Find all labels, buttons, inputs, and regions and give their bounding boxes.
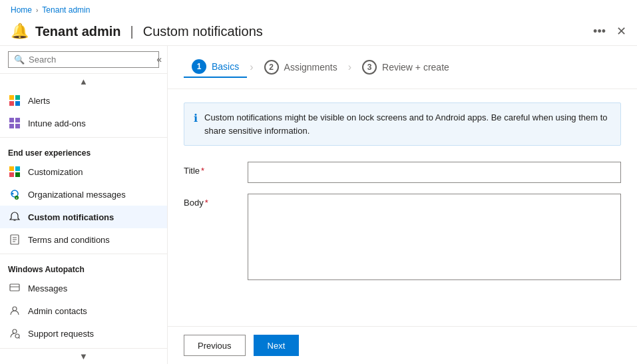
divider-1 <box>0 137 167 138</box>
sidebar-scroll-up[interactable]: ▲ <box>0 74 167 89</box>
search-input[interactable] <box>29 55 153 65</box>
next-button[interactable]: Next <box>254 335 300 356</box>
info-banner: ℹ Custom notifications might be visible … <box>184 102 621 146</box>
body-label: Body* <box>184 194 237 208</box>
header-close-button[interactable]: ✕ <box>616 24 626 39</box>
svg-point-19 <box>13 307 17 311</box>
title-input[interactable] <box>248 162 621 183</box>
svg-line-22 <box>19 337 19 338</box>
step-1-num: 1 <box>192 59 206 74</box>
sidebar-search-container: 🔍 « <box>0 46 167 74</box>
content-footer: Previous Next <box>168 326 637 364</box>
info-icon: ℹ <box>194 112 198 124</box>
svg-rect-2 <box>9 101 14 106</box>
sidebar-item-alerts-label: Alerts <box>28 96 50 106</box>
svg-rect-5 <box>15 118 20 122</box>
main-layout: 🔍 « ▲ Alerts Intune add-ons <box>0 46 637 364</box>
info-text: Custom notifications might be visible on… <box>204 111 611 137</box>
svg-point-9 <box>12 193 14 195</box>
header-subtitle: Custom notifications <box>143 24 263 39</box>
header-actions: ••• ✕ <box>593 24 626 39</box>
step-2-label: Assignments <box>284 62 337 73</box>
sidebar-item-messages[interactable]: Messages <box>0 277 167 299</box>
svg-rect-7 <box>15 124 20 128</box>
sidebar-item-org-messages[interactable]: + Organizational messages <box>0 183 167 206</box>
previous-button[interactable]: Previous <box>184 335 246 356</box>
svg-point-20 <box>13 329 17 333</box>
header-title: Tenant admin <box>35 24 121 39</box>
admin-contacts-icon <box>8 304 21 317</box>
terms-icon <box>8 233 21 246</box>
sidebar-item-intune-addons[interactable]: Intune add-ons <box>0 112 167 134</box>
body-textarea[interactable] <box>248 194 621 280</box>
section-windows-autopatch: Windows Autopatch <box>0 257 167 277</box>
alerts-icon <box>8 94 21 107</box>
wizard-sep-2: › <box>348 61 351 73</box>
body-form-row: Body* <box>184 194 621 282</box>
wizard-sep-1: › <box>250 61 253 73</box>
sidebar-item-alerts[interactable]: Alerts <box>0 89 167 112</box>
sidebar-item-customization-label: Customization <box>28 167 83 177</box>
sidebar-item-custom-notifications-label: Custom notifications <box>28 212 114 222</box>
page-header: 🔔 Tenant admin | Custom notifications ••… <box>0 20 637 46</box>
svg-text:+: + <box>16 196 18 200</box>
sidebar-item-messages-label: Messages <box>28 283 67 293</box>
search-box: 🔍 <box>8 51 159 68</box>
breadcrumb: Home › Tenant admin <box>0 0 637 20</box>
body-input-container <box>248 194 621 282</box>
header-separator: | <box>130 24 134 39</box>
sidebar-item-terms[interactable]: Terms and conditions <box>0 228 167 251</box>
section-end-user: End user experiences <box>0 140 167 160</box>
sidebar-item-terms-label: Terms and conditions <box>28 235 110 245</box>
step-3-num: 3 <box>362 60 377 75</box>
sidebar-scroll-area: Alerts Intune add-ons End user experienc… <box>0 89 167 348</box>
header-more-button[interactable]: ••• <box>593 25 606 39</box>
sidebar-item-admin-contacts-label: Admin contacts <box>28 306 87 316</box>
title-form-row: Title* <box>184 162 621 183</box>
svg-rect-4 <box>9 118 14 122</box>
sidebar-item-support[interactable]: Support requests <box>0 322 167 345</box>
org-messages-icon: + <box>8 188 21 201</box>
header-left: 🔔 Tenant admin | Custom notifications <box>11 23 263 40</box>
sidebar-scroll-down[interactable]: ▼ <box>0 348 167 364</box>
svg-rect-17 <box>10 284 19 291</box>
sidebar-item-support-label: Support requests <box>28 329 94 339</box>
title-required: * <box>201 166 204 176</box>
content-area: 1 Basics › 2 Assignments › 3 Review + cr… <box>168 46 637 364</box>
divider-2 <box>0 254 167 254</box>
bell-header-icon: 🔔 <box>11 23 29 40</box>
search-icon: 🔍 <box>14 55 25 65</box>
wizard-step-basics[interactable]: 1 Basics <box>184 57 247 78</box>
breadcrumb-current[interactable]: Tenant admin <box>42 5 90 15</box>
sidebar-item-custom-notifications[interactable]: Custom notifications <box>0 206 167 228</box>
wizard-steps: 1 Basics › 2 Assignments › 3 Review + cr… <box>168 46 637 89</box>
messages-icon <box>8 281 21 295</box>
svg-rect-0 <box>9 95 14 100</box>
support-requests-icon <box>8 327 21 340</box>
svg-rect-3 <box>15 101 20 106</box>
custom-notifications-icon <box>8 210 21 224</box>
step-1-label: Basics <box>212 61 239 72</box>
svg-rect-6 <box>9 124 14 128</box>
title-input-container <box>248 162 621 183</box>
body-required: * <box>205 198 208 208</box>
svg-rect-1 <box>15 95 20 100</box>
breadcrumb-separator: › <box>36 7 38 14</box>
step-2-num: 2 <box>264 60 279 75</box>
sidebar-item-org-messages-label: Organizational messages <box>28 190 126 200</box>
sidebar-item-admin-contacts[interactable]: Admin contacts <box>0 299 167 322</box>
customization-icon <box>8 165 21 178</box>
title-label: Title* <box>184 162 237 176</box>
breadcrumb-home[interactable]: Home <box>11 5 32 15</box>
sidebar: 🔍 « ▲ Alerts Intune add-ons <box>0 46 168 364</box>
wizard-step-assignments[interactable]: 2 Assignments <box>256 57 345 77</box>
intune-addons-icon <box>8 116 21 130</box>
content-body: ℹ Custom notifications might be visible … <box>168 89 637 326</box>
sidebar-item-intune-label: Intune add-ons <box>28 118 86 128</box>
step-3-label: Review + create <box>382 62 449 73</box>
sidebar-item-customization[interactable]: Customization <box>0 160 167 183</box>
sidebar-collapse-button[interactable]: « <box>156 54 162 65</box>
wizard-step-review[interactable]: 3 Review + create <box>354 57 457 77</box>
